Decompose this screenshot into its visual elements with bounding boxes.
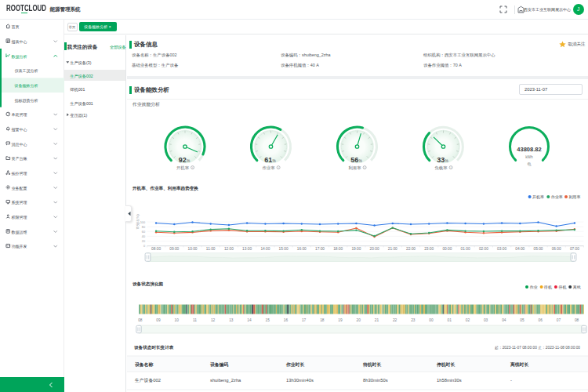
svg-text:07: 07 xyxy=(557,318,561,322)
svg-text:数据分析: 数据分析 xyxy=(12,54,27,60)
svg-text:14:00: 14:00 xyxy=(260,247,270,251)
svg-text:08:00: 08:00 xyxy=(151,247,161,251)
svg-text:仪表工况分析: 仪表工况分析 xyxy=(15,68,38,74)
svg-text:15: 15 xyxy=(266,318,270,322)
svg-text:20:00: 20:00 xyxy=(370,247,379,251)
svg-text:16:00: 16:00 xyxy=(297,247,307,251)
svg-text:停机时长: 停机时长 xyxy=(436,362,455,368)
svg-text:16: 16 xyxy=(284,318,289,322)
svg-text:消息中心: 消息中心 xyxy=(12,142,27,147)
svg-text:00:00: 00:00 xyxy=(442,247,452,251)
svg-text:权限管理: 权限管理 xyxy=(11,215,27,220)
svg-text:拓扑管理: 拓扑管理 xyxy=(12,171,27,176)
svg-text:02:00: 02:00 xyxy=(479,247,488,251)
svg-text:开机率: 开机率 xyxy=(532,194,544,199)
svg-text:系统管理: 系统管理 xyxy=(12,200,27,205)
svg-text:06:00: 06:00 xyxy=(552,247,561,251)
svg-text:01:00: 01:00 xyxy=(461,247,470,251)
svg-text:05:00: 05:00 xyxy=(533,247,543,251)
svg-text:作业: 作业 xyxy=(530,285,538,289)
svg-text:14: 14 xyxy=(247,318,252,322)
svg-text:43808.82: 43808.82 xyxy=(517,146,541,153)
svg-text:11:00: 11:00 xyxy=(206,247,216,251)
svg-text:利用率: 利用率 xyxy=(569,194,581,200)
svg-text:离线时长: 离线时长 xyxy=(510,361,528,368)
svg-text:07:00: 07:00 xyxy=(570,247,579,251)
svg-text:作业率: 作业率 xyxy=(262,165,275,170)
svg-text:利用率: 利用率 xyxy=(348,165,361,171)
svg-text:负载率: 负载率 xyxy=(434,165,448,170)
svg-text:kWh: kWh xyxy=(525,155,533,159)
svg-text:开机率、作业率、利用率趋势变换: 开机率、作业率、利用率趋势变换 xyxy=(132,186,198,191)
svg-text:13: 13 xyxy=(229,318,234,322)
svg-text:1h58min30s: 1h58min30s xyxy=(437,378,462,383)
svg-text:17:00: 17:00 xyxy=(315,247,325,251)
svg-text:设备名称: 设备名称 xyxy=(134,361,153,368)
svg-text:起：2023-11-07 08:00:00 止：2023-: 起：2023-11-07 08:00:00 止：2023-11-08 08:00… xyxy=(495,345,580,350)
svg-text:05: 05 xyxy=(520,318,524,322)
svg-text:功能开发: 功能开发 xyxy=(12,244,27,249)
svg-text:15:00: 15:00 xyxy=(279,247,289,251)
svg-text:设备状态时长统计表: 设备状态时长统计表 xyxy=(134,345,174,350)
svg-text:设备能效分析: 设备能效分析 xyxy=(14,83,38,89)
svg-text:报警中心: 报警中心 xyxy=(12,127,27,132)
svg-text:13:00: 13:00 xyxy=(242,247,252,251)
svg-text:百分比(%): 百分比(%) xyxy=(136,214,140,230)
svg-text:19: 19 xyxy=(338,318,343,322)
svg-text:待机时长: 待机时长 xyxy=(362,362,381,368)
svg-text:生产设备002: 生产设备002 xyxy=(134,377,161,383)
svg-text:09:00: 09:00 xyxy=(169,247,179,251)
svg-text:设备编码: 设备编码 xyxy=(209,361,228,368)
svg-text:18:00: 18:00 xyxy=(333,247,343,251)
svg-text:资产台账: 资产台账 xyxy=(12,156,27,161)
svg-text:首页: 首页 xyxy=(12,24,20,29)
svg-text:03: 03 xyxy=(484,318,488,322)
svg-text:离线: 离线 xyxy=(573,285,581,289)
svg-text:0: 0 xyxy=(143,245,145,248)
svg-text:22:00: 22:00 xyxy=(406,247,416,251)
svg-text:06: 06 xyxy=(539,318,543,322)
svg-text:设备状态演化图: 设备状态演化图 xyxy=(132,281,164,287)
svg-text:21: 21 xyxy=(375,318,379,322)
svg-text:20: 20 xyxy=(142,240,145,243)
svg-text:10:00: 10:00 xyxy=(187,247,197,251)
svg-text:09: 09 xyxy=(156,318,161,322)
svg-text:电: 电 xyxy=(528,162,532,166)
svg-text:19:00: 19:00 xyxy=(351,247,361,251)
svg-text:8h30min50s: 8h30min50s xyxy=(363,378,388,383)
svg-text:01: 01 xyxy=(448,318,452,322)
svg-text:21:00: 21:00 xyxy=(388,247,397,251)
svg-text:11: 11 xyxy=(193,318,197,322)
svg-text:指标趋势分析: 指标趋势分析 xyxy=(15,98,38,103)
svg-text:待机: 待机 xyxy=(543,285,552,290)
svg-text:12:00: 12:00 xyxy=(224,247,234,251)
svg-text:shuibeng_2zha: shuibeng_2zha xyxy=(210,378,241,383)
svg-text:22: 22 xyxy=(393,318,397,322)
svg-text:100: 100 xyxy=(140,221,145,224)
svg-text:08: 08 xyxy=(138,318,143,322)
svg-text:数据运维: 数据运维 xyxy=(12,230,27,235)
svg-text:10: 10 xyxy=(175,318,180,322)
svg-text:17: 17 xyxy=(302,318,307,322)
svg-text:23: 23 xyxy=(411,318,416,322)
svg-text:60: 60 xyxy=(142,230,145,234)
svg-text:13h30min40s: 13h30min40s xyxy=(286,378,314,383)
svg-text:02: 02 xyxy=(466,318,470,322)
svg-text:03:00: 03:00 xyxy=(497,247,506,251)
svg-text:00: 00 xyxy=(429,318,434,322)
svg-text:报表中心: 报表中心 xyxy=(12,39,27,44)
svg-text:04: 04 xyxy=(502,318,506,322)
svg-text:40: 40 xyxy=(142,235,145,238)
svg-text:作业时长: 作业时长 xyxy=(285,362,304,368)
svg-text:04:00: 04:00 xyxy=(515,247,524,251)
svg-text:18: 18 xyxy=(320,318,325,322)
svg-text:23:00: 23:00 xyxy=(424,247,434,251)
svg-text:20: 20 xyxy=(357,318,361,322)
svg-text:08: 08 xyxy=(575,318,579,322)
svg-text:单耗管理: 单耗管理 xyxy=(12,112,27,118)
svg-text:80: 80 xyxy=(142,226,145,229)
svg-text:-: - xyxy=(510,378,512,383)
svg-text:业务配置: 业务配置 xyxy=(12,186,27,191)
svg-text:作业率: 作业率 xyxy=(551,194,563,199)
svg-text:停机: 停机 xyxy=(557,285,566,290)
